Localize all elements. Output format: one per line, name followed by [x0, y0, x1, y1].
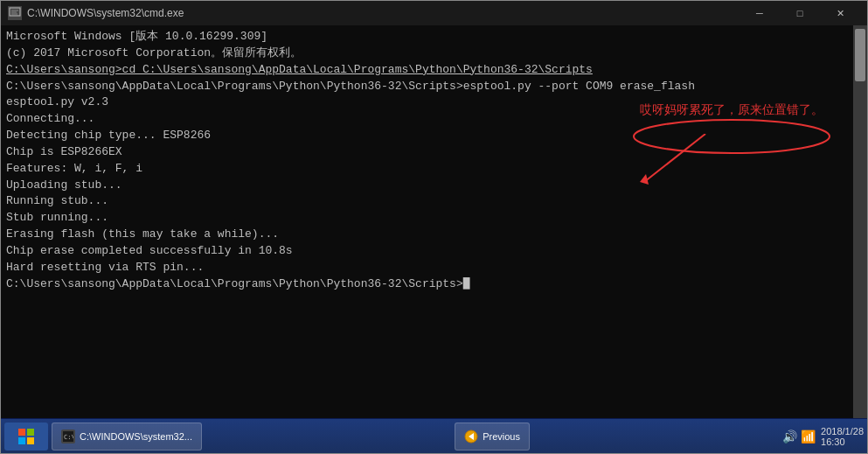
console-line: Hard resetting via RTS pin...: [6, 260, 862, 276]
taskbar: C:\ C:\WINDOWS\system32... Previous 🔊 📶 …: [1, 418, 867, 453]
window-title: C:\WINDOWS\system32\cmd.exe: [27, 7, 740, 19]
taskbar-previous-item[interactable]: Previous: [455, 423, 530, 451]
taskbar-center: Previous: [205, 423, 782, 451]
window-icon: [8, 6, 22, 20]
maximize-button[interactable]: □: [780, 1, 820, 25]
console-line: Stub running...: [6, 210, 862, 227]
svg-rect-8: [27, 429, 34, 436]
close-button[interactable]: ✕: [820, 1, 860, 25]
console-line: Uploading stub...: [6, 178, 862, 194]
svg-rect-7: [18, 429, 25, 436]
console-line: C:\Users\sansong\AppData\Local\Programs\…: [6, 79, 862, 95]
scrollbar-y[interactable]: [853, 25, 867, 418]
console-line: Microsoft Windows [版本 10.0.16299.309]: [6, 29, 862, 45]
console-line: Running stub...: [6, 193, 862, 210]
previous-icon: [464, 430, 478, 444]
tray-icons: 🔊 📶: [782, 430, 816, 444]
start-button[interactable]: [4, 423, 48, 451]
previous-label: Previous: [483, 431, 520, 442]
cmd-taskbar-icon: C:\: [61, 430, 75, 444]
console-lines: Microsoft Windows [版本 10.0.16299.309](c)…: [6, 29, 862, 293]
taskbar-tray: 🔊 📶 2018/1/2816:30: [782, 426, 864, 447]
cmd-window: C:\WINDOWS\system32\cmd.exe ─ □ ✕ Micros…: [0, 0, 868, 454]
console-line: (c) 2017 Microsoft Corporation。保留所有权利。: [6, 45, 862, 62]
window-controls: ─ □ ✕: [740, 1, 860, 25]
cursor: █: [463, 276, 470, 289]
console-line: Chip erase completed successfully in 10.…: [6, 243, 862, 260]
title-bar: C:\WINDOWS\system32\cmd.exe ─ □ ✕: [1, 1, 867, 25]
console-line: C:\Users\sansong>cd C:\Users\sansong\App…: [6, 62, 862, 79]
console-line: Features: W, i, F, i: [6, 161, 862, 178]
svg-rect-10: [27, 437, 34, 444]
console-line: Chip is ESP8266EX: [6, 144, 862, 161]
console-line: esptool.py v2.3: [6, 94, 862, 111]
svg-text:C:\: C:\: [64, 434, 73, 441]
svg-rect-9: [18, 437, 25, 444]
scrollbar-thumb[interactable]: [855, 29, 865, 81]
taskbar-cmd-label: C:\WINDOWS\system32...: [80, 431, 192, 442]
console-line: Erasing flash (this may take a while)...: [6, 227, 862, 243]
console-line: C:\Users\sansong\AppData\Local\Programs\…: [6, 276, 862, 293]
taskbar-cmd-item[interactable]: C:\ C:\WINDOWS\system32...: [52, 423, 202, 451]
console-output[interactable]: Microsoft Windows [版本 10.0.16299.309](c)…: [1, 25, 867, 418]
tray-time: 2018/1/2816:30: [821, 426, 864, 447]
console-line: Connecting...: [6, 111, 862, 128]
minimize-button[interactable]: ─: [740, 1, 780, 25]
console-line: Detecting chip type... ESP8266: [6, 128, 862, 144]
